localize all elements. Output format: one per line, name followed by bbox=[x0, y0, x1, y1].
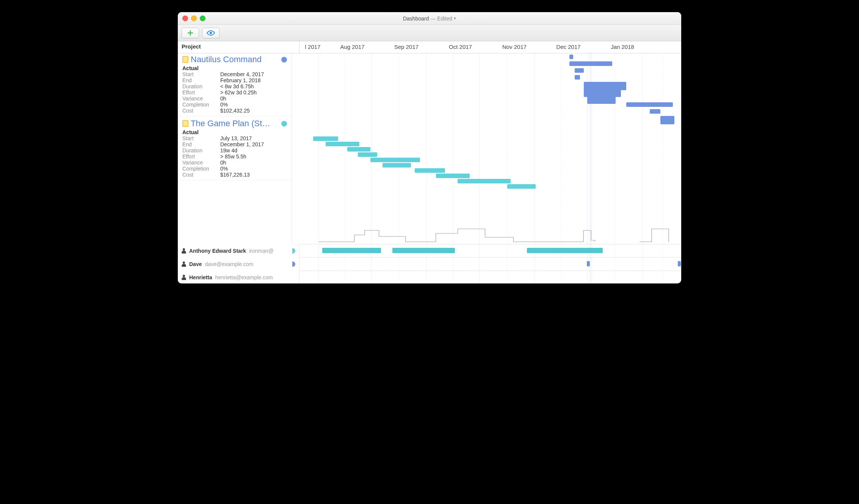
project-field: Duration< 8w 3d 6.75h bbox=[182, 83, 287, 89]
gantt-bar[interactable] bbox=[347, 147, 370, 152]
gantt-bar[interactable] bbox=[587, 95, 616, 104]
gantt-bar[interactable] bbox=[415, 168, 445, 173]
view-button[interactable] bbox=[202, 28, 219, 38]
resource-email: ironman@ bbox=[249, 248, 274, 254]
gantt-bar[interactable] bbox=[370, 158, 420, 162]
person-icon bbox=[182, 261, 186, 267]
plus-icon bbox=[187, 30, 193, 36]
resource-color-icon bbox=[292, 261, 295, 267]
section-label: Actual bbox=[182, 129, 287, 135]
resource-histogram bbox=[292, 225, 681, 243]
gantt-pane[interactable] bbox=[292, 52, 681, 283]
project-field: Variance0h bbox=[182, 95, 287, 102]
gantt-bar[interactable] bbox=[575, 75, 580, 80]
month-label: Nov 2017 bbox=[487, 44, 542, 50]
resource-email: henrietta@example.com bbox=[215, 274, 273, 280]
section-label: Actual bbox=[182, 65, 287, 71]
project-field: EndDecember 1, 2017 bbox=[182, 141, 287, 147]
resource-email: dave@example.com bbox=[205, 261, 253, 267]
project-field: Cost$102,432.25 bbox=[182, 108, 287, 114]
resource-bar[interactable] bbox=[678, 261, 681, 266]
resource-bar[interactable] bbox=[392, 248, 455, 253]
project-field: Effort> 62w 3d 0.25h bbox=[182, 89, 287, 95]
project-field: StartDecember 4, 2017 bbox=[182, 71, 287, 77]
gantt-bar[interactable] bbox=[569, 55, 573, 59]
eye-icon bbox=[207, 30, 215, 36]
gantt-bar[interactable] bbox=[569, 61, 612, 66]
person-icon bbox=[182, 248, 186, 254]
resource-name: Henrietta bbox=[189, 274, 212, 280]
month-label: Sep 2017 bbox=[379, 44, 434, 50]
gantt-bar[interactable] bbox=[626, 102, 672, 107]
project-name: The Game Plan (St… bbox=[191, 119, 279, 128]
window-title[interactable]: Dashboard — Edited ▾ bbox=[403, 16, 456, 22]
project-field: EndFebruary 1, 2018 bbox=[182, 77, 287, 83]
month-label: Jan 2018 bbox=[595, 44, 650, 50]
project-field: Variance0h bbox=[182, 160, 287, 166]
gantt-bar[interactable] bbox=[660, 116, 675, 124]
project-field: Duration19w 4d bbox=[182, 147, 287, 153]
project-field: Effort> 85w 5.5h bbox=[182, 153, 287, 160]
close-window-icon[interactable] bbox=[182, 16, 188, 21]
zoom-window-icon[interactable] bbox=[200, 16, 205, 21]
month-label: Aug 2017 bbox=[326, 44, 379, 50]
resource-color-icon bbox=[292, 248, 295, 254]
resource-row bbox=[292, 257, 681, 271]
resource-bar[interactable] bbox=[322, 248, 381, 253]
project-card[interactable]: Nautilus CommandActualStartDecember 4, 2… bbox=[178, 52, 292, 116]
gantt-bar[interactable] bbox=[650, 109, 660, 114]
project-field: Completion0% bbox=[182, 102, 287, 108]
resource-item[interactable]: Davedave@example.com bbox=[178, 257, 299, 271]
status-dot-icon bbox=[281, 57, 287, 63]
gantt-bar[interactable] bbox=[358, 152, 378, 157]
add-button[interactable] bbox=[182, 28, 199, 38]
project-card[interactable]: The Game Plan (St…ActualStartJuly 13, 20… bbox=[178, 116, 292, 180]
gantt-bar[interactable] bbox=[458, 179, 511, 183]
project-field: StartJuly 13, 2017 bbox=[182, 135, 287, 141]
month-label: Oct 2017 bbox=[434, 44, 487, 50]
resource-name: Dave bbox=[189, 261, 202, 267]
gantt-bar[interactable] bbox=[575, 68, 583, 73]
minimize-window-icon[interactable] bbox=[191, 16, 197, 21]
month-label: Dec 2017 bbox=[542, 44, 595, 50]
gantt-bar[interactable] bbox=[313, 136, 338, 141]
gantt-bar[interactable] bbox=[326, 142, 359, 146]
person-icon bbox=[182, 275, 186, 280]
document-icon bbox=[182, 120, 188, 127]
project-column-header: Project bbox=[178, 41, 299, 53]
content-area: Nautilus CommandActualStartDecember 4, 2… bbox=[178, 52, 681, 283]
resource-row bbox=[292, 271, 681, 283]
gantt-bar[interactable] bbox=[436, 174, 470, 178]
month-label: l 2017 bbox=[299, 44, 326, 50]
resource-name: Anthony Edward Stark bbox=[189, 248, 246, 254]
toolbar bbox=[178, 25, 681, 41]
document-icon bbox=[182, 56, 188, 63]
chevron-down-icon: ▾ bbox=[454, 16, 456, 21]
resource-bar[interactable] bbox=[527, 248, 603, 253]
resource-bar[interactable] bbox=[587, 261, 590, 266]
edited-indicator: — Edited bbox=[430, 16, 452, 22]
window-titlebar: Dashboard — Edited ▾ bbox=[178, 12, 681, 25]
resource-item[interactable]: Henriettahenrietta@example.com bbox=[178, 271, 299, 283]
resource-item[interactable]: Anthony Edward Starkironman@ bbox=[178, 244, 299, 257]
gantt-bar[interactable] bbox=[382, 163, 411, 167]
status-dot-icon bbox=[281, 121, 287, 127]
gantt-bar[interactable] bbox=[507, 184, 536, 189]
project-field: Completion0% bbox=[182, 166, 287, 172]
project-name: Nautilus Command bbox=[191, 55, 279, 64]
month-scale[interactable]: l 2017Aug 2017Sep 2017Oct 2017Nov 2017De… bbox=[299, 41, 681, 53]
svg-point-0 bbox=[210, 32, 212, 34]
project-field: Cost$167,226.13 bbox=[182, 172, 287, 178]
timeline-header: Project l 2017Aug 2017Sep 2017Oct 2017No… bbox=[178, 41, 681, 53]
doc-title: Dashboard bbox=[403, 16, 429, 22]
